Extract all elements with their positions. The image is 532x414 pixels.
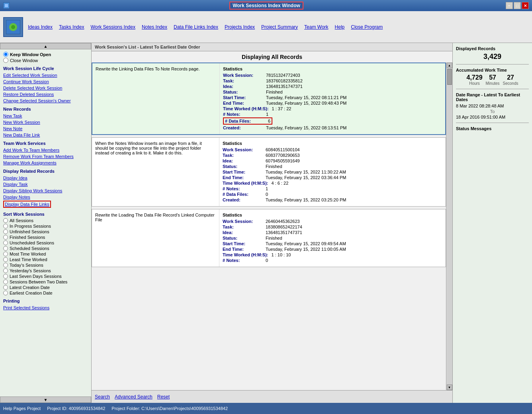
stat-status: Status: Finished xyxy=(223,236,442,240)
stat-status: Status: Finished xyxy=(223,90,442,94)
reset-link[interactable]: Reset xyxy=(157,394,170,400)
sort-unfinished-label: Unfinished Sessions xyxy=(10,229,49,234)
status-project-folder: Project Folder: C:\Users\Darren\Projects… xyxy=(111,406,228,411)
stat-end-time: End Time: Tuesday, February 15, 2022 09:… xyxy=(223,101,442,105)
sidebar-display-task[interactable]: Display Task xyxy=(3,182,88,187)
stat-work-session: Work Session: 60840511500104 xyxy=(223,147,442,152)
sidebar-change-owner[interactable]: Change Selected Session's Owner xyxy=(3,98,88,104)
sidebar-display-notes[interactable]: Display Notes xyxy=(3,194,88,200)
sidebar-new-note[interactable]: New Note xyxy=(3,126,88,131)
sort-today-label: Today's Sessions xyxy=(10,263,43,268)
sort-today: Today's Sessions xyxy=(3,263,88,268)
sort-latest-creation: Latest Creation Date xyxy=(3,285,88,290)
seconds-value: 27 xyxy=(503,74,518,81)
record-card[interactable]: Rewrite the Loading The Data File Record… xyxy=(92,209,446,267)
nav-ideas-index[interactable]: Ideas Index xyxy=(28,24,53,30)
record-stats: Statistics Work Session: 60840511500104 … xyxy=(219,138,446,206)
sidebar-edit-session[interactable]: Edit Selected Work Session xyxy=(3,72,88,78)
section-title-sort: Sort Work Sessions xyxy=(3,212,88,217)
sort-all-radio[interactable] xyxy=(3,218,8,223)
sort-between-dates: Sessions Between Two Dates xyxy=(3,279,88,284)
nav-projects-index[interactable]: Projects Index xyxy=(225,24,255,30)
sort-unscheduled-radio[interactable] xyxy=(3,240,8,245)
sidebar-new-work-session[interactable]: New Work Session xyxy=(3,119,88,125)
sidebar-display-idea[interactable]: Display Idea xyxy=(3,175,88,181)
sort-inprogress-label: In Progress Sessions xyxy=(10,224,51,228)
record-card[interactable]: When the Notes Window inserts an image f… xyxy=(92,137,446,207)
nav-work-sessions-index[interactable]: Work Sessions Index xyxy=(90,24,135,30)
sort-finished-radio[interactable] xyxy=(3,235,8,240)
status-messages-title: Status Messages xyxy=(456,126,529,131)
sort-latest-creation-radio[interactable] xyxy=(3,285,8,290)
nav-team-work[interactable]: Team Work xyxy=(304,24,328,30)
stat-time-worked: Time Worked (H:M:S): 4 : 6 : 22 xyxy=(223,181,442,186)
stat-notes: # Notes: 0 xyxy=(223,258,442,263)
sort-unfinished-radio[interactable] xyxy=(3,229,8,234)
stat-end-time: End Time: Tuesday, February 15, 2022 03:… xyxy=(223,175,442,180)
nav-close-program[interactable]: Close Program xyxy=(351,24,383,30)
sort-today-radio[interactable] xyxy=(3,263,8,268)
maximize-button[interactable]: □ xyxy=(514,2,521,9)
nav-project-summary[interactable]: Project Summary xyxy=(261,24,298,30)
keep-window-label: Keep Window Open xyxy=(10,52,51,57)
sort-scheduled-label: Scheduled Sessions xyxy=(10,246,49,251)
sort-last-seven: Last Seven Days Sessions xyxy=(3,274,88,279)
stat-idea: Idea: 136481351747371 xyxy=(223,230,442,235)
sort-least-time-radio[interactable] xyxy=(3,257,8,262)
advanced-search-link[interactable]: Advanced Search xyxy=(115,394,153,400)
accumulated-work-title: Accumulated Work Time xyxy=(456,68,529,72)
sort-between-dates-radio[interactable] xyxy=(3,279,8,284)
nav-notes-index[interactable]: Notes Index xyxy=(142,24,167,30)
vertical-scrollbar[interactable]: ▲ ▼ xyxy=(446,62,452,390)
sort-yesterday-radio[interactable] xyxy=(3,268,8,273)
sidebar-print-sessions[interactable]: Print Selected Sessions xyxy=(3,305,88,310)
sort-inprogress-radio[interactable] xyxy=(3,224,8,228)
stat-notes: # Notes: 1 xyxy=(223,112,442,117)
sort-last-seven-label: Last Seven Days Sessions xyxy=(10,274,62,279)
sidebar-scroll-up[interactable]: ▲ xyxy=(0,43,91,49)
minutes-label: Minutes xyxy=(486,81,500,86)
sort-most-time-radio[interactable] xyxy=(3,252,8,256)
displayed-records-title: Displayed Records xyxy=(456,46,529,51)
record-card[interactable]: Rewrite the Linking Data Files To Note R… xyxy=(92,62,446,135)
stat-work-session: Work Session: 78151324772403 xyxy=(223,73,442,78)
sort-unscheduled-label: Unscheduled Sessions xyxy=(10,240,54,245)
nav-data-file-links-index[interactable]: Data File Links Index xyxy=(174,24,218,30)
sort-inprogress: In Progress Sessions xyxy=(3,224,88,228)
section-title-display: Display Related Records xyxy=(3,169,88,174)
sidebar-restore-sessions[interactable]: Restore Deleted Sessions xyxy=(3,92,88,97)
sidebar-manage-assignments[interactable]: Manage Work Assignments xyxy=(3,160,88,166)
section-title-new-records: New Records xyxy=(3,107,88,111)
sort-latest-creation-label: Latest Creation Date xyxy=(10,285,50,290)
stat-task: Task: 60837708290653 xyxy=(223,153,442,158)
sidebar-remove-work[interactable]: Remove Work From Team Members xyxy=(3,154,88,159)
sidebar-add-work[interactable]: Add Work To Team Members xyxy=(3,147,88,153)
sidebar-display-sibling[interactable]: Display Sibling Work Sessions xyxy=(3,188,88,193)
title-bar: Work Sessions Index Window − □ ✕ xyxy=(0,0,532,11)
sort-earliest-creation-label: Earliest Creation Date xyxy=(10,291,53,295)
stat-start-time: Start Time: Tuesday, February 15, 2022 0… xyxy=(223,95,442,100)
keep-window-radio[interactable] xyxy=(3,52,8,57)
sort-between-dates-label: Sessions Between Two Dates xyxy=(10,279,67,284)
sidebar-delete-session[interactable]: Delete Selected Work Session xyxy=(3,85,88,91)
search-link[interactable]: Search xyxy=(95,394,110,400)
sort-earliest-creation: Earliest Creation Date xyxy=(3,291,88,295)
sort-last-seven-radio[interactable] xyxy=(3,274,8,279)
sort-least-time-label: Least Time Worked xyxy=(10,257,47,262)
sidebar-continue-work[interactable]: Continue Work Session xyxy=(3,79,88,84)
content-title: Displaying All Records xyxy=(92,51,452,62)
sidebar-display-data-file-links[interactable]: Display Data File Links xyxy=(3,201,51,208)
nav-tasks-index[interactable]: Tasks Index xyxy=(59,24,84,30)
sort-earliest-creation-radio[interactable] xyxy=(3,291,8,295)
sort-scheduled-radio[interactable] xyxy=(3,246,8,251)
minutes-value: 57 xyxy=(486,74,500,81)
close-window-radio[interactable] xyxy=(3,58,8,63)
minimize-button[interactable]: − xyxy=(506,2,513,9)
sidebar-new-task[interactable]: New Task xyxy=(3,113,88,119)
sidebar-new-data-file-link[interactable]: New Data File Link xyxy=(3,132,88,138)
stat-status: Status: Finished xyxy=(223,164,442,169)
stat-idea: Idea: 136481351747371 xyxy=(223,84,442,89)
nav-help[interactable]: Help xyxy=(335,24,345,30)
close-button[interactable]: ✕ xyxy=(522,2,529,9)
sidebar-scroll-down[interactable]: ▼ xyxy=(0,396,91,403)
